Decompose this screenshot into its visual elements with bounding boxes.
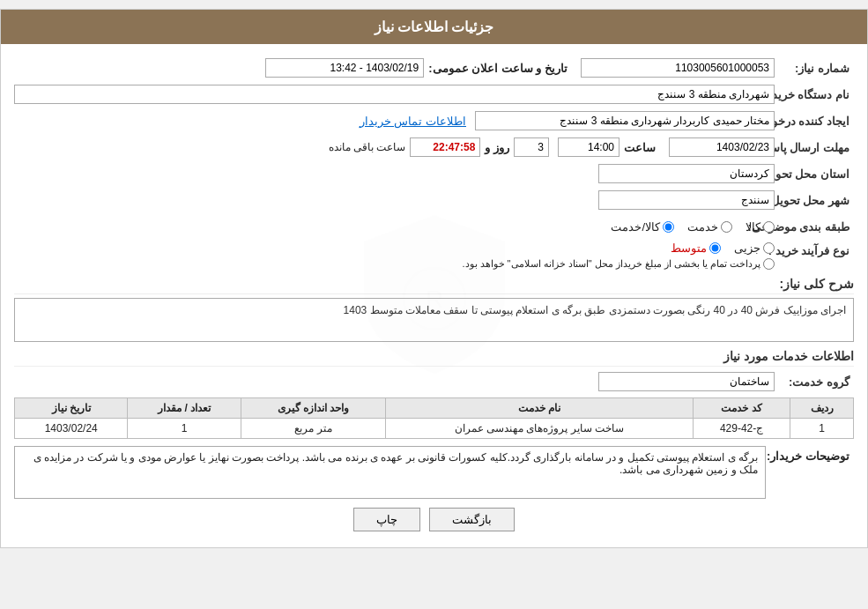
- grooh-label: گروه خدمت:: [775, 375, 854, 389]
- shomare-label: شماره نیاز:: [775, 62, 854, 75]
- saat-value: [558, 137, 619, 157]
- table-row: 1 ج-42-429 ساخت سایر پروژه‌های مهندسی عم…: [15, 419, 854, 439]
- back-button[interactable]: بازگشت: [429, 508, 515, 531]
- grooh-value: [598, 372, 775, 391]
- noefar-motavaset-label: متوسط: [671, 241, 707, 255]
- cell-count: 1: [128, 419, 241, 439]
- tabaqe-khedmat-label: خدمت: [687, 220, 718, 234]
- noefar-esnad[interactable]: پرداخت تمام یا بخشی از مبلغ خریداز محل "…: [462, 258, 775, 270]
- services-table: ردیف کد خدمت نام خدمت واحد اندازه گیری ت…: [14, 397, 854, 439]
- shomare-value: [581, 58, 775, 78]
- noefar-esnad-radio[interactable]: [763, 258, 775, 270]
- noefar-options: جزیی متوسط پرداخت تمام یا بخشی از مبلغ خ…: [462, 241, 775, 270]
- cell-unit: متر مربع: [241, 419, 385, 439]
- content-area: R شماره نیاز: تاریخ و ساعت اعلان عمومی: …: [1, 44, 867, 547]
- shahr-label: شهر محل تحویل:: [775, 194, 854, 207]
- ostan-value: [598, 164, 775, 183]
- noefar-jozei-label: جزیی: [734, 241, 760, 255]
- taarikh-announce-value: [265, 58, 424, 78]
- tabaqe-radio-group: کالا خدمت کالا/خدمت: [611, 220, 775, 234]
- row-shahr: شهر محل تحویل:: [14, 189, 854, 212]
- tabaqe-khedmat[interactable]: خدمت: [687, 220, 732, 234]
- cell-date: 1403/02/24: [15, 419, 128, 439]
- row-mohlat: مهلت ارسال پاسخ: تا تاریخ: ساعت روز و سا…: [14, 136, 854, 159]
- button-row: بازگشت چاپ: [14, 508, 854, 531]
- khedamat-title: اطلاعات خدمات مورد نیاز: [14, 349, 854, 367]
- row-tabaqe: طبقه بندی موضوعی: کالا خدمت کالا/خدمت: [14, 215, 854, 238]
- col-radif: ردیف: [790, 398, 854, 419]
- rooz-value: [514, 137, 549, 157]
- time-remaining: [410, 137, 480, 157]
- sharh-value: اجرای موزاییک فرش 40 در 40 رنگی بصورت دس…: [14, 298, 854, 342]
- row-namdastgah: نام دستگاه خریدار:: [14, 83, 854, 106]
- mohlat-label: مهلت ارسال پاسخ: تا تاریخ:: [775, 141, 854, 154]
- ijad-label: ایجاد کننده درخواست:: [775, 115, 854, 128]
- remaining-label: ساعت باقی مانده: [329, 141, 411, 153]
- tabaqe-label: طبقه بندی موضوعی:: [775, 220, 854, 234]
- row-ostan: استان محل تحویل:: [14, 162, 854, 185]
- col-name: نام خدمت: [386, 398, 694, 419]
- tabaqe-kala-khedmat[interactable]: کالا/خدمت: [611, 220, 674, 234]
- table-header-row: ردیف کد خدمت نام خدمت واحد اندازه گیری ت…: [15, 398, 854, 419]
- tabaqe-kala-radio[interactable]: [763, 221, 775, 233]
- noefar-motavaset-radio[interactable]: [709, 242, 721, 254]
- noefar-esnad-label: پرداخت تمام یا بخشی از مبلغ خریداز محل "…: [462, 258, 760, 270]
- cell-name: ساخت سایر پروژه‌های مهندسی عمران: [386, 419, 694, 439]
- saat-label: ساعت: [619, 141, 660, 154]
- col-code: کد خدمت: [693, 398, 790, 419]
- shahr-value: [598, 190, 775, 210]
- row-grooh: گروه خدمت:: [14, 370, 854, 393]
- tabaqe-khedmat-radio[interactable]: [721, 221, 732, 233]
- tabaqe-kala-khedmat-label: کالا/خدمت: [611, 220, 660, 234]
- noefar-radio-row: جزیی متوسط: [462, 241, 775, 255]
- noefar-jozei-radio[interactable]: [763, 242, 775, 254]
- tabaqe-kala[interactable]: کالا: [746, 220, 775, 234]
- notes-value: برگه ی استعلام پیوستی تکمیل و در سامانه …: [14, 446, 766, 499]
- content-wrapper: R شماره نیاز: تاریخ و ساعت اعلان عمومی: …: [14, 56, 854, 531]
- taarikh-announce-label: تاریخ و ساعت اعلان عمومی:: [424, 62, 572, 75]
- ijad-value: [475, 111, 775, 130]
- row-shomare: شماره نیاز: تاریخ و ساعت اعلان عمومی:: [14, 56, 854, 79]
- ettelaat-link[interactable]: اطلاعات تماس خریدار: [360, 115, 466, 128]
- notes-label: توضیحات خریدار:: [766, 446, 854, 463]
- mohlat-date: [669, 137, 775, 157]
- page-wrapper: جزئیات اطلاعات نیاز R شماره نیاز: تاریخ …: [0, 9, 868, 548]
- rooz-label: روز و: [480, 141, 514, 154]
- row-ijadkonande: ایجاد کننده درخواست: اطلاعات تماس خریدار: [14, 109, 854, 132]
- sharh-title: شرح کلی نیاز:: [14, 277, 854, 294]
- namdastgah-value: [14, 85, 775, 104]
- ostan-label: استان محل تحویل:: [775, 167, 854, 181]
- noefar-jozei[interactable]: جزیی: [734, 241, 775, 255]
- page-title: جزئیات اطلاعات نیاز: [375, 19, 494, 34]
- tabaqe-kala-label: کالا: [746, 220, 760, 234]
- noefar-motavaset[interactable]: متوسط: [671, 241, 721, 255]
- col-date: تاریخ نیاز: [15, 398, 128, 419]
- col-unit: واحد اندازه گیری: [241, 398, 385, 419]
- notes-section: توضیحات خریدار: برگه ی استعلام پیوستی تک…: [14, 446, 854, 499]
- print-button[interactable]: چاپ: [353, 508, 420, 531]
- tabaqe-kala-khedmat-radio[interactable]: [663, 221, 674, 233]
- row-noefar: نوع فرآیند خرید : جزیی متوسط: [14, 241, 854, 270]
- cell-code: ج-42-429: [693, 419, 790, 439]
- page-header: جزئیات اطلاعات نیاز: [1, 10, 867, 44]
- col-count: تعداد / مقدار: [128, 398, 241, 419]
- namdastgah-label: نام دستگاه خریدار:: [775, 88, 854, 101]
- cell-radif: 1: [790, 419, 854, 439]
- noefar-label: نوع فرآیند خرید :: [775, 241, 854, 257]
